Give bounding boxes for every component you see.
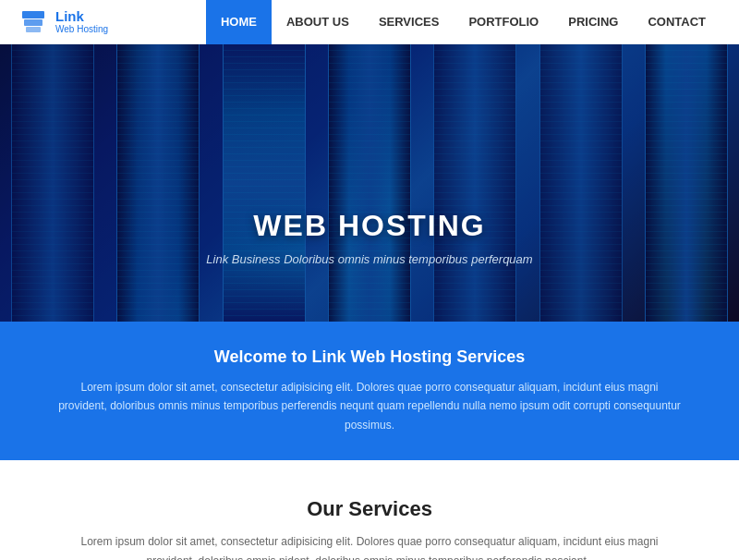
nav-about[interactable]: ABOUT US (272, 0, 364, 44)
nav-home[interactable]: HOME (206, 0, 272, 44)
services-body: Lorem ipsum dolor sit amet, consectetur … (55, 532, 684, 560)
services-heading: Our Services (55, 497, 684, 521)
logo-name: Link (55, 9, 108, 25)
hero-overlay (0, 44, 739, 322)
main-nav: HOME ABOUT US SERVICES PORTFOLIO PRICING… (206, 0, 721, 44)
hero-section: WEB HOSTING Link Business Doloribus omni… (0, 44, 739, 322)
hero-content: WEB HOSTING Link Business Doloribus omni… (0, 209, 739, 266)
banner-heading: Welcome to Link Web Hosting Services (55, 347, 684, 367)
svg-rect-2 (26, 27, 41, 32)
svg-rect-1 (24, 19, 42, 26)
logo-subtext: Web Hosting (55, 24, 108, 34)
hero-title: WEB HOSTING (0, 209, 739, 243)
svg-rect-0 (22, 11, 44, 18)
banner-body: Lorem ipsum dolor sit amet, consectetur … (55, 378, 684, 434)
header: Link Web Hosting HOME ABOUT US SERVICES … (0, 0, 739, 44)
nav-services[interactable]: SERVICES (364, 0, 454, 44)
blue-banner: Welcome to Link Web Hosting Services Lor… (0, 322, 739, 460)
logo-text: Link Web Hosting (55, 9, 108, 35)
services-section: Our Services Lorem ipsum dolor sit amet,… (0, 460, 739, 560)
nav-pricing[interactable]: PRICING (553, 0, 633, 44)
nav-contact[interactable]: CONTACT (633, 0, 721, 44)
logo-icon (18, 7, 48, 37)
hero-subtitle: Link Business Doloribus omnis minus temp… (0, 252, 739, 266)
nav-portfolio[interactable]: PORTFOLIO (454, 0, 553, 44)
logo: Link Web Hosting (18, 7, 108, 37)
